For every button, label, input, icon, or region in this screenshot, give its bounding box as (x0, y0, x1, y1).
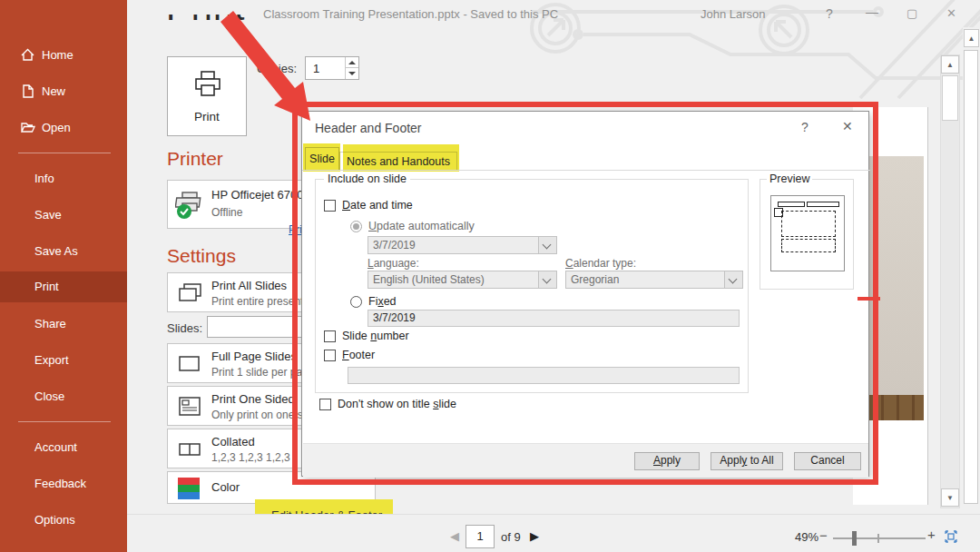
dialog-close-icon[interactable]: ✕ (842, 119, 853, 133)
window-scrollbar[interactable]: ▲ (963, 27, 980, 522)
printer-status-check-icon (177, 204, 191, 219)
date-time-checkbox[interactable] (324, 200, 336, 212)
sidebar-divider (18, 153, 111, 153)
sidebar-item-info[interactable]: Info (0, 167, 127, 191)
print-all-slides-icon (177, 281, 202, 305)
preview-date-placeholder (807, 202, 839, 207)
date-time-label: Date and time (342, 199, 413, 212)
preview-label: Preview (767, 172, 812, 185)
sidebar-item-share[interactable]: Share (0, 312, 127, 336)
page-title: Print (166, 15, 266, 38)
open-folder-icon (20, 120, 35, 135)
collated-icon (177, 441, 202, 458)
zoom-slider-track[interactable] (833, 537, 926, 539)
footer-checkbox[interactable] (324, 350, 336, 361)
sidebar-item-account[interactable]: Account (0, 436, 127, 459)
scroll-down-icon[interactable]: ▼ (941, 488, 959, 507)
printer-device-icon (175, 190, 206, 221)
tab-strip-line (302, 170, 870, 171)
window-title: Classroom Training Presentation.pptx - S… (263, 7, 644, 21)
help-icon[interactable]: ? (826, 6, 833, 21)
zoom-percent[interactable]: 49% (782, 530, 818, 544)
home-icon (20, 47, 35, 63)
account-user-name: John Larson (701, 7, 766, 21)
printer-status: Offline (211, 206, 242, 219)
spinner-down-icon[interactable] (345, 67, 358, 79)
preview-footer-placeholder (781, 239, 836, 252)
sidebar-item-export[interactable]: Export (0, 349, 127, 372)
tab-slide[interactable]: Slide (305, 147, 339, 171)
copies-label: Copies: (257, 62, 297, 75)
apply-button[interactable]: Apply (634, 452, 700, 470)
sidebar-item-save-as[interactable]: Save As (0, 240, 127, 263)
dont-show-title-checkbox[interactable] (319, 399, 331, 410)
slide-number-checkbox[interactable] (324, 330, 336, 342)
sidebar-divider (18, 421, 111, 422)
slide-count-label: of 9 (501, 530, 521, 544)
printer-name: HP Officejet 6700 (211, 188, 303, 202)
print-one-sided-icon (177, 395, 202, 419)
close-icon[interactable]: ✕ (946, 6, 956, 20)
footer-text-field[interactable] (348, 367, 740, 384)
chevron-down-icon (724, 271, 742, 288)
color-icon (177, 477, 201, 500)
next-slide-icon[interactable]: ▶ (530, 529, 539, 543)
scrollbar-thumb[interactable] (942, 75, 958, 121)
header-footer-dialog: Header and Footer ? ✕ Slide Notes and Ha… (301, 111, 869, 477)
calendar-type-dropdown[interactable]: Gregorian (565, 271, 743, 289)
dialog-help-icon[interactable]: ? (801, 120, 808, 134)
footer-label: Footer (342, 349, 375, 361)
status-bar: ◀ 1 of 9 ▶ 49% − + (127, 514, 980, 552)
zoom-slider-center-tick (877, 534, 879, 543)
current-slide-input[interactable]: 1 (466, 525, 495, 548)
backstage-sidebar: Home New Open Info Save Save As Print Sh… (0, 0, 127, 552)
language-label: Language: (368, 257, 419, 270)
settings-heading: Settings (167, 245, 236, 267)
previous-slide-icon[interactable]: ◀ (450, 529, 459, 543)
printer-icon (192, 70, 223, 99)
fixed-label: Fixed (368, 295, 397, 308)
sidebar-item-new[interactable]: New (0, 80, 127, 104)
dont-show-title-label: Don't show on title slide (338, 398, 456, 410)
scroll-up-icon[interactable]: ▲ (964, 29, 979, 47)
update-automatically-radio[interactable] (350, 221, 362, 232)
zoom-slider-thumb[interactable] (852, 531, 857, 546)
sidebar-item-feedback[interactable]: Feedback (0, 472, 127, 496)
fixed-radio[interactable] (350, 296, 362, 308)
maximize-icon[interactable]: ▢ (906, 6, 917, 20)
include-on-slide-label: Include on slide (324, 172, 410, 185)
sidebar-item-print[interactable]: Print (0, 271, 127, 302)
scrollbar-thumb[interactable] (964, 50, 978, 504)
sidebar-item-save[interactable]: Save (0, 203, 127, 227)
preview-thumbnail (770, 195, 845, 271)
preview-body-placeholder (781, 211, 836, 237)
fit-to-window-icon[interactable] (943, 528, 959, 545)
slide-number-label: Slide number (342, 330, 409, 342)
slides-label: Slides: (167, 321, 202, 335)
language-dropdown[interactable]: English (United States) (368, 271, 557, 289)
powerpoint-backstage-window: Classroom Training Presentation.pptx - S… (0, 0, 980, 552)
chevron-down-icon (538, 237, 556, 253)
sidebar-item-close[interactable]: Close (0, 385, 127, 409)
scroll-up-icon[interactable]: ▲ (941, 55, 959, 74)
minimize-icon[interactable]: — (866, 5, 878, 19)
new-document-icon (20, 84, 35, 99)
zoom-in-icon[interactable]: + (927, 527, 936, 542)
copies-stepper[interactable]: 1 (305, 56, 359, 80)
fixed-date-field[interactable]: 3/7/2019 (368, 310, 740, 327)
apply-to-all-button[interactable]: Apply to All (710, 452, 783, 470)
tab-notes-and-handouts[interactable]: Notes and Handouts (339, 152, 457, 171)
dialog-button-strip (303, 443, 868, 478)
zoom-out-icon[interactable]: − (819, 527, 828, 543)
date-format-dropdown[interactable]: 3/7/2019 (368, 236, 557, 254)
chevron-down-icon (538, 271, 556, 288)
preview-scrollbar[interactable]: ▲ ▼ (940, 54, 960, 508)
sidebar-item-options[interactable]: Options (0, 508, 127, 532)
print-button[interactable]: Print (167, 56, 247, 136)
sidebar-item-open[interactable]: Open (0, 116, 127, 140)
full-page-slides-icon (177, 354, 202, 374)
sidebar-item-home[interactable]: Home (0, 44, 127, 67)
dialog-title: Header and Footer (315, 121, 422, 135)
calendar-type-label: Calendar type: (565, 257, 636, 270)
cancel-button[interactable]: Cancel (794, 452, 861, 470)
